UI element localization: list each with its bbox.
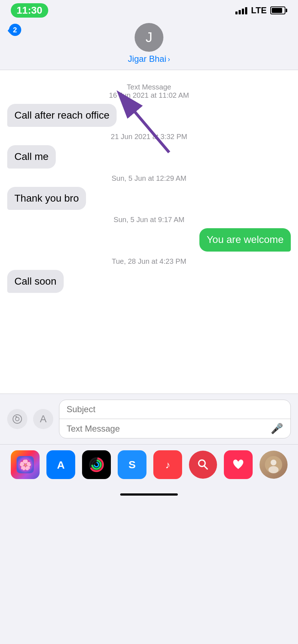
dock-shazam-icon[interactable]: S: [118, 450, 146, 479]
mic-icon[interactable]: 🎤: [271, 423, 283, 434]
dock-searchbrowser-icon[interactable]: [189, 451, 217, 479]
message-bubble: You are welcome: [199, 228, 291, 251]
message-row-1: Call after reach office: [7, 104, 291, 127]
status-right: LTE: [235, 5, 287, 15]
message-row-4: You are welcome: [7, 228, 291, 251]
contact-avatar[interactable]: J: [135, 23, 163, 52]
apps-icon: A: [40, 413, 47, 425]
back-badge: 2: [9, 24, 21, 36]
dock-heart-icon[interactable]: [224, 450, 253, 479]
svg-text:S: S: [128, 459, 135, 470]
input-area: A 🎤: [0, 394, 298, 444]
dock-photos-icon[interactable]: 🌸: [11, 450, 40, 479]
home-indicator: [0, 490, 298, 498]
lte-label: LTE: [251, 5, 267, 15]
timestamp-1: Text Message16 Jun 2021 at 11:02 AM: [7, 83, 291, 100]
svg-point-26: [268, 466, 279, 473]
timestamp-5: Tue, 28 Jun at 4:23 PM: [7, 257, 291, 266]
message-row-2: Call me: [7, 145, 291, 168]
timestamp-4: Sun, 5 Jun at 9:17 AM: [7, 216, 291, 224]
svg-point-20: [194, 456, 212, 473]
timestamp-3: Sun, 5 Jun at 12:29 AM: [7, 174, 291, 183]
message-bubble: Call after reach office: [7, 104, 117, 127]
message-input-wrapper: 🎤: [59, 400, 291, 438]
dock: 🌸 A S ♪: [0, 444, 298, 490]
message-bubble: Call soon: [7, 270, 64, 293]
contact-chevron-icon: ›: [168, 55, 170, 63]
svg-point-2: [13, 415, 22, 423]
home-bar: [120, 493, 178, 496]
dock-activity-icon[interactable]: [82, 450, 111, 479]
message-input[interactable]: [67, 424, 271, 434]
message-row-3: Thank you bro: [7, 187, 291, 210]
message-bubble: Thank you bro: [7, 187, 86, 210]
header: ‹ 2 J Jigar Bhai ›: [0, 19, 298, 70]
dock-appstore-icon[interactable]: A: [46, 450, 75, 479]
svg-text:A: A: [57, 459, 65, 471]
svg-text:♪: ♪: [165, 459, 170, 470]
message-row-5: Call soon: [7, 270, 291, 293]
status-bar: 11:30 LTE: [0, 0, 298, 19]
signal-bars: [235, 6, 247, 14]
svg-text:🌸: 🌸: [19, 459, 31, 471]
messages-area: Text Message16 Jun 2021 at 11:02 AM Call…: [0, 70, 298, 394]
subject-input[interactable]: [59, 400, 290, 419]
message-row-input: 🎤: [59, 419, 290, 438]
camera-button[interactable]: [7, 409, 27, 429]
svg-rect-4: [15, 416, 17, 417]
back-button[interactable]: ‹ 2: [7, 23, 21, 37]
dock-music-icon[interactable]: ♪: [153, 450, 182, 479]
message-bubble: Call me: [7, 145, 56, 168]
dock-profile-icon[interactable]: [259, 451, 288, 479]
status-time: 11:30: [11, 3, 48, 18]
svg-point-25: [271, 460, 276, 465]
contact-name[interactable]: Jigar Bhai ›: [128, 54, 170, 64]
timestamp-2: 21 Jun 2021 at 3:32 PM: [7, 133, 291, 141]
apps-button[interactable]: A: [33, 409, 53, 429]
svg-point-3: [15, 417, 19, 421]
battery: [270, 6, 287, 14]
